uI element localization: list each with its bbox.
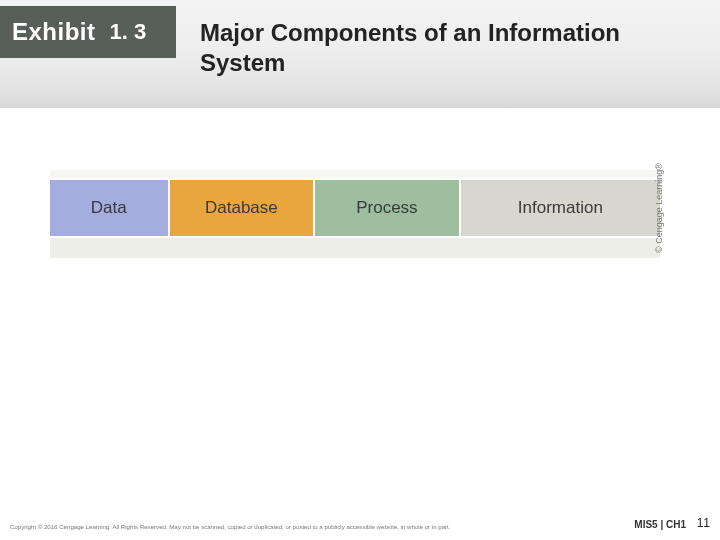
copyright-footer: Copyright © 2016 Cengage Learning. All R… bbox=[10, 523, 540, 530]
slide-title: Major Components of an Information Syste… bbox=[200, 18, 680, 78]
exhibit-label: Exhibit bbox=[0, 18, 96, 46]
cell-data: Data bbox=[50, 180, 170, 236]
page-number: 11 bbox=[697, 516, 710, 530]
components-diagram: Data Database Process Information bbox=[48, 168, 662, 260]
exhibit-number: 1. 3 bbox=[96, 19, 147, 45]
diagram-bottom-accent bbox=[48, 238, 662, 260]
side-credit-text: © Cengage Learning® bbox=[654, 163, 664, 253]
components-row: Data Database Process Information bbox=[48, 178, 662, 238]
slide: Exhibit 1. 3 Major Components of an Info… bbox=[0, 0, 720, 540]
cell-database: Database bbox=[170, 180, 316, 236]
chapter-label: MIS5 | CH1 bbox=[634, 519, 686, 530]
cell-process: Process bbox=[315, 180, 461, 236]
diagram-top-accent bbox=[48, 168, 662, 178]
exhibit-tag: Exhibit 1. 3 bbox=[0, 6, 176, 58]
side-credit: © Cengage Learning® bbox=[614, 148, 704, 268]
